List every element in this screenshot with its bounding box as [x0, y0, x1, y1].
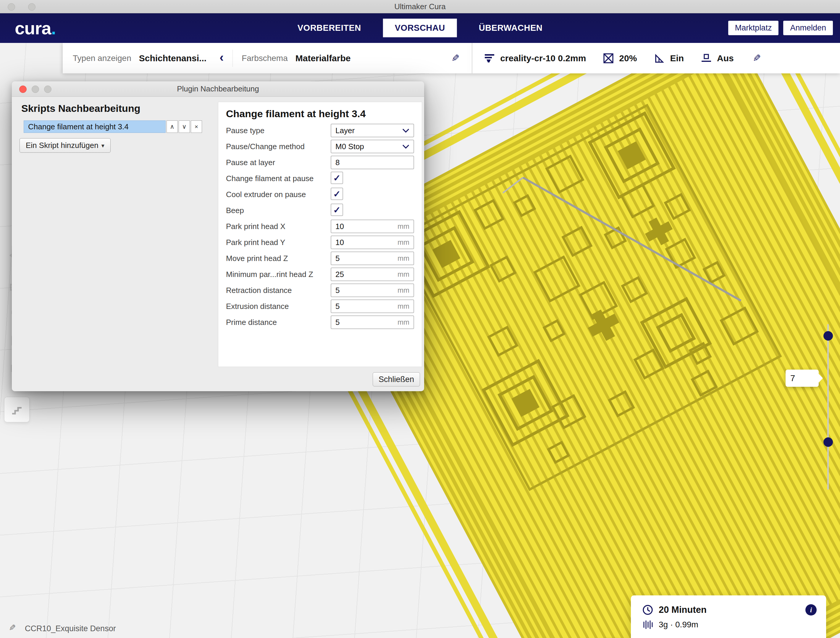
window-titlebar: Ultimaker Cura	[0, 0, 840, 13]
adhesion-value: Aus	[717, 53, 734, 63]
material-usage-icon	[643, 620, 654, 630]
window-title: Ultimaker Cura	[394, 2, 445, 11]
stage-tabs: VORBEREITEN VORSCHAU ÜBERWACHEN	[295, 13, 545, 43]
cura-logo: cura.	[15, 18, 55, 38]
settings-heading: Change filament at height 3.4	[218, 102, 422, 124]
dialog-zoom-button[interactable]	[44, 85, 52, 93]
field-label: Park print head Y	[226, 238, 329, 247]
field-label: Pause type	[226, 126, 329, 135]
dialog-close-button[interactable]	[19, 85, 27, 93]
field-input[interactable]: 5mm	[331, 299, 414, 313]
field-row: Extrusion distance5mm	[226, 299, 417, 313]
field-select[interactable]: Layer	[331, 124, 414, 137]
field-row: Move print head Z5mm	[226, 252, 417, 265]
add-script-button[interactable]: Ein Skript hinzufügen ▾	[19, 138, 111, 153]
field-label: Move print head Z	[226, 254, 329, 263]
field-row: Retraction distance5mm	[226, 283, 417, 297]
infill-group[interactable]: 20%	[603, 52, 637, 64]
post-processing-dialog: Plugin Nachbearbeitung Skripts Nachbearb…	[12, 81, 424, 391]
dropdown-arrow-icon: ▾	[101, 142, 104, 149]
field-label: Prime distance	[226, 318, 329, 327]
unit-label: mm	[398, 270, 409, 279]
field-input[interactable]: 10mm	[331, 236, 414, 249]
field-row: Cool extruder on pause✓	[226, 188, 417, 201]
dialog-fields: Pause typeLayerPause/Change methodM0 Sto…	[218, 124, 422, 329]
printer-profile-group[interactable]: creality-cr-10 0.2mm	[483, 52, 586, 64]
tab-vorbereiten[interactable]: VORBEREITEN	[295, 19, 363, 37]
steps-icon	[10, 402, 24, 416]
signin-button[interactable]: Anmelden	[783, 21, 833, 35]
rename-model-icon[interactable]: ✎	[9, 623, 16, 633]
chevron-down-icon	[402, 144, 409, 149]
material-usage-estimate: 3g · 0.99m	[659, 620, 698, 629]
unit-label: mm	[398, 286, 409, 294]
field-checkbox[interactable]: ✓	[331, 188, 343, 200]
window-minimize-button[interactable]	[28, 3, 35, 11]
field-row: Pause at layer8	[226, 156, 417, 169]
section-divider	[472, 43, 472, 73]
field-input[interactable]: 8	[331, 156, 414, 169]
print-job-panel: 20 Minuten i 3g · 0.99m Print with OctoP…	[631, 595, 826, 638]
logo-dot: .	[51, 18, 56, 38]
field-row: Pause/Change methodM0 Stop	[226, 140, 417, 153]
unit-label: mm	[398, 238, 409, 247]
move-script-down-button[interactable]: ∨	[178, 120, 190, 133]
collapse-panel-icon[interactable]: ‹	[219, 51, 224, 65]
unit-label: mm	[398, 318, 409, 326]
field-input[interactable]: 10mm	[331, 220, 414, 233]
layer-slider-bottom-handle[interactable]	[823, 437, 833, 447]
field-label: Retraction distance	[226, 286, 329, 295]
field-row: Minimum par...rint head Z25mm	[226, 268, 417, 281]
field-input[interactable]: 5mm	[331, 283, 414, 297]
tab-ueberwachen[interactable]: ÜBERWACHEN	[477, 19, 545, 37]
model-name: CCR10_Exquisite Densor	[25, 624, 116, 633]
layer-number-field[interactable]: 7	[786, 370, 819, 387]
field-input[interactable]: 25mm	[331, 268, 414, 281]
support-group[interactable]: Ein	[654, 52, 684, 64]
edit-print-settings-icon[interactable]: ✎	[753, 52, 761, 64]
infill-icon	[603, 52, 614, 64]
object-list-button[interactable]	[4, 397, 30, 422]
tab-vorschau[interactable]: VORSCHAU	[383, 19, 457, 37]
scripts-heading: Skripts Nachbearbeitung	[21, 103, 140, 114]
view-type-label: Typen anzeigen	[73, 54, 131, 63]
selected-script-item[interactable]: Change filament at height 3.4	[24, 120, 166, 133]
printer-profile-value: creality-cr-10 0.2mm	[500, 53, 586, 63]
field-checkbox[interactable]: ✓	[331, 172, 343, 184]
dialog-titlebar: Plugin Nachbearbeitung	[12, 81, 424, 97]
print-settings-icon	[483, 52, 496, 64]
field-input[interactable]: 5mm	[331, 315, 414, 329]
print-time-estimate: 20 Minuten	[659, 605, 707, 615]
field-label: Pause at layer	[226, 158, 329, 167]
field-select[interactable]: M0 Stop	[331, 140, 414, 153]
window-close-button[interactable]	[8, 3, 15, 11]
script-settings-card: Change filament at height 3.4 Pause type…	[218, 102, 422, 367]
dialog-minimize-button[interactable]	[32, 85, 39, 93]
dialog-title: Plugin Nachbearbeitung	[177, 84, 259, 93]
marketplace-button[interactable]: Marktplatz	[728, 21, 779, 35]
color-scheme-label: Farbschema	[242, 54, 288, 63]
move-script-up-button[interactable]: ∧	[167, 120, 178, 133]
layer-slider-top-handle[interactable]	[823, 331, 833, 340]
field-input[interactable]: 5mm	[331, 252, 414, 265]
layer-number-value: 7	[790, 374, 795, 383]
info-icon[interactable]: i	[805, 604, 816, 616]
close-dialog-button[interactable]: Schließen	[373, 372, 420, 386]
edit-color-scheme-icon[interactable]: ✎	[452, 52, 459, 64]
field-label: Cool extruder on pause	[226, 190, 329, 199]
support-icon	[654, 52, 665, 64]
remove-script-button[interactable]: ×	[191, 120, 202, 133]
adhesion-icon	[700, 52, 712, 64]
add-script-label: Ein Skript hinzufügen	[26, 141, 98, 150]
color-scheme-value[interactable]: Materialfarbe	[295, 53, 351, 63]
unit-label: mm	[398, 254, 409, 263]
field-checkbox[interactable]: ✓	[331, 204, 343, 216]
field-row: Pause typeLayer	[226, 124, 417, 137]
view-type-value[interactable]: Schichtenansi...	[139, 53, 207, 63]
field-row: Park print head Y10mm	[226, 236, 417, 249]
layer-slider-track[interactable]	[827, 324, 829, 490]
field-row: Beep✓	[226, 204, 417, 217]
field-row: Prime distance5mm	[226, 315, 417, 329]
unit-label: mm	[398, 302, 409, 310]
adhesion-group[interactable]: Aus	[700, 52, 734, 64]
